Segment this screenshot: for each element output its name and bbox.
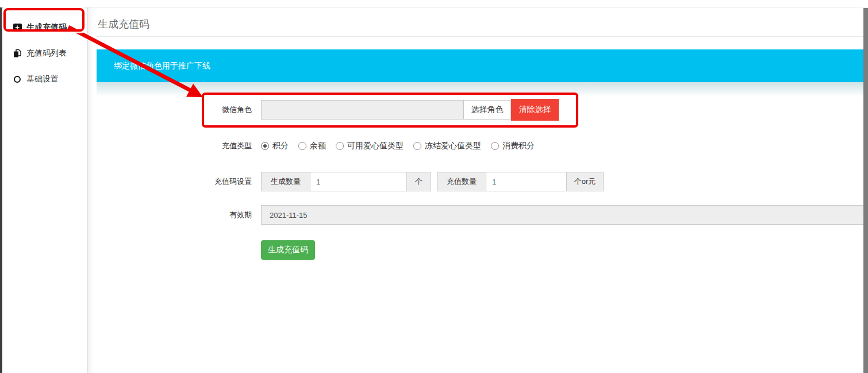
- radio-frozen-love-value[interactable]: 冻结爱心值类型: [413, 141, 481, 151]
- radio-icon: [413, 142, 421, 150]
- plus-square-icon: +: [13, 24, 22, 32]
- copy-icon: [13, 49, 22, 58]
- recharge-quantity-unit: 个or元: [567, 172, 604, 191]
- validity-date-input[interactable]: [261, 205, 868, 225]
- sidebar-item-generate-code[interactable]: + 生成充值码: [2, 16, 88, 39]
- radio-icon: [261, 142, 269, 150]
- generate-quantity-input[interactable]: [310, 172, 407, 191]
- sidebar-item-label: 充值码列表: [26, 48, 67, 59]
- banner-fade: [97, 82, 863, 97]
- recharge-type-options: 积分 余额 可用爱心值类型 冻结爱心值类型 消费积分: [261, 138, 535, 154]
- sidebar-shadow: [88, 7, 93, 373]
- bind-role-banner: 绑定微信角色用于推广下线: [97, 49, 863, 82]
- wechat-role-label: 微信角色: [97, 100, 252, 120]
- wechat-role-input[interactable]: [261, 100, 463, 120]
- radio-label: 可用爱心值类型: [347, 141, 404, 151]
- sidebar-item-label: 生成充值码: [26, 22, 67, 33]
- sidebar-item-code-list[interactable]: 充值码列表: [2, 42, 88, 65]
- radio-icon: [298, 142, 306, 150]
- code-settings-label: 充值码设置: [97, 172, 252, 191]
- generate-code-button[interactable]: 生成充值码: [261, 240, 315, 260]
- radio-icon: [336, 142, 344, 150]
- radio-label: 积分: [272, 141, 289, 151]
- radio-usable-love-value[interactable]: 可用爱心值类型: [336, 141, 404, 151]
- select-role-button[interactable]: 选择角色: [463, 100, 511, 120]
- sidebar-item-label: 基础设置: [26, 74, 59, 84]
- title-divider: [97, 36, 863, 37]
- radio-points[interactable]: 积分: [261, 141, 289, 151]
- radio-label: 余额: [310, 141, 326, 151]
- clear-selection-button[interactable]: 清除选择: [511, 99, 559, 121]
- app-window: + 生成充值码 充值码列表 基础设置 生成充值码 绑定微信角色用于推广下线 微信…: [0, 0, 868, 373]
- radio-label: 冻结爱心值类型: [425, 141, 481, 151]
- generate-quantity-unit: 个: [407, 172, 431, 191]
- recharge-quantity-prefix: 充值数量: [437, 172, 486, 191]
- generate-quantity-prefix: 生成数量: [261, 172, 310, 191]
- page-title: 生成充值码: [98, 17, 149, 31]
- radio-icon: [491, 142, 499, 150]
- radio-consume-points[interactable]: 消费积分: [491, 141, 535, 151]
- recharge-type-label: 充值类型: [97, 138, 252, 154]
- sidebar-item-basic-settings[interactable]: 基础设置: [2, 68, 88, 91]
- sidebar: + 生成充值码 充值码列表 基础设置: [2, 7, 88, 373]
- top-strip: [0, 0, 868, 7]
- generate-quantity-group: 生成数量 个: [261, 172, 431, 191]
- recharge-quantity-group: 充值数量 个or元: [437, 172, 604, 191]
- radio-label: 消费积分: [502, 141, 535, 151]
- recharge-quantity-input[interactable]: [486, 172, 567, 191]
- vertical-scrollbar[interactable]: [863, 8, 868, 373]
- validity-label: 有效期: [97, 205, 252, 225]
- banner-text: 绑定微信角色用于推广下线: [114, 49, 210, 82]
- radio-balance[interactable]: 余额: [298, 141, 326, 151]
- circle-icon: [13, 76, 22, 83]
